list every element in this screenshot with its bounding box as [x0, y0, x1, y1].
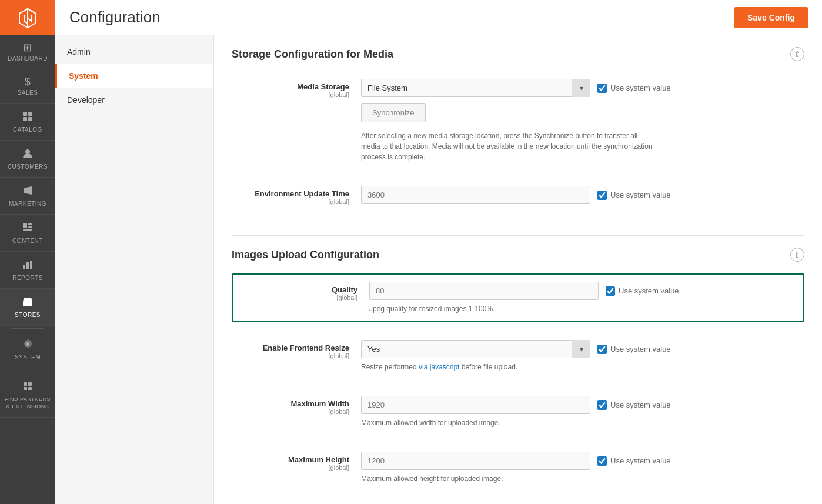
- media-storage-label-col: Media Storage [global]: [232, 79, 361, 98]
- sidebar-item-label: CONTENT: [12, 238, 43, 244]
- sidebar-item-label: FIND PARTNERS & EXTENSIONS: [2, 396, 53, 410]
- use-system-value-label-2: Use system value: [610, 191, 671, 199]
- frontend-resize-select-wrapper: Yes No ▾: [361, 340, 590, 358]
- frontend-resize-help: Resize performed via javascript before f…: [361, 362, 655, 372]
- max-height-input[interactable]: [361, 452, 590, 470]
- env-update-input[interactable]: [361, 186, 590, 204]
- max-height-help: Maximum allowed height for uploaded imag…: [361, 473, 655, 484]
- sidebar-item-label: SYSTEM: [15, 354, 41, 361]
- sidebar-item-dashboard[interactable]: ⊞ DASHBOARD: [0, 35, 55, 69]
- max-width-control-col: Use system value Maximum allowed width f…: [361, 396, 804, 428]
- sidebar-item-customers[interactable]: CUSTOMERS: [0, 141, 55, 178]
- frontend-resize-label: Enable Frontend Resize: [263, 343, 349, 352]
- content-area: Admin System Developer Storage Configura…: [55, 35, 822, 504]
- max-height-checkbox[interactable]: [597, 456, 607, 466]
- logo[interactable]: [0, 0, 55, 35]
- max-width-input[interactable]: [361, 396, 590, 414]
- frontend-resize-control-col: Yes No ▾ Use system value Resiz: [361, 340, 804, 372]
- images-section: Images Upload Configuration ⇧ Quality [g…: [214, 236, 822, 504]
- sidebar-item-partners[interactable]: FIND PARTNERS & EXTENSIONS: [0, 373, 55, 418]
- sidebar-item-stores[interactable]: STORES: [0, 289, 55, 326]
- svg-rect-7: [23, 223, 27, 228]
- stores-icon: [22, 296, 34, 309]
- media-storage-system-value: Use system value: [597, 84, 671, 93]
- partners-icon: [22, 380, 34, 394]
- sidebar-item-sales[interactable]: $ SALES: [0, 69, 55, 104]
- quality-row: Quality [global] Use system value Jpeg q…: [232, 273, 804, 322]
- javascript-link[interactable]: via javascript: [419, 363, 459, 371]
- storage-section-title: Storage Configuration for Media: [232, 48, 393, 61]
- use-system-value-label-4: Use system value: [610, 345, 671, 353]
- media-storage-row: Media Storage [global] File System ▾: [232, 73, 804, 168]
- max-width-checkbox[interactable]: [597, 400, 607, 410]
- images-section-toggle[interactable]: ⇧: [790, 248, 804, 262]
- quality-label-col: Quality [global]: [240, 282, 369, 301]
- svg-rect-13: [30, 261, 32, 269]
- svg-rect-12: [26, 262, 29, 269]
- content-icon: [22, 222, 34, 235]
- svg-point-5: [25, 149, 30, 154]
- nav-item-developer[interactable]: Developer: [55, 88, 213, 112]
- sidebar-item-catalog[interactable]: CATALOG: [0, 104, 55, 141]
- max-width-row: Maximum Width [global] Use system value …: [232, 390, 804, 434]
- quality-control-row: Use system value: [369, 282, 796, 300]
- svg-rect-9: [28, 226, 32, 228]
- sidebar-item-reports[interactable]: REPORTS: [0, 252, 55, 289]
- env-update-control-col: Use system value: [361, 186, 804, 204]
- images-section-title: Images Upload Configuration: [232, 249, 379, 261]
- svg-rect-3: [23, 117, 27, 121]
- max-height-control-row: Use system value: [361, 452, 804, 470]
- page-title: Configuration: [69, 8, 161, 26]
- sidebar-item-label: SALES: [18, 89, 38, 96]
- max-width-scope: [global]: [232, 408, 349, 415]
- frontend-resize-checkbox[interactable]: [597, 345, 607, 354]
- media-storage-checkbox[interactable]: [597, 84, 607, 93]
- customers-icon: [22, 148, 34, 161]
- svg-rect-2: [28, 112, 32, 116]
- use-system-value-label-5: Use system value: [610, 400, 671, 409]
- synchronize-button[interactable]: Synchronize: [361, 103, 426, 122]
- quality-control-col: Use system value Jpeg quality for resize…: [369, 282, 796, 314]
- nav-item-system[interactable]: System: [55, 64, 213, 88]
- media-storage-label: Media Storage: [297, 82, 349, 91]
- quality-system-value: Use system value: [606, 286, 679, 296]
- media-storage-select[interactable]: File System: [361, 79, 590, 97]
- svg-rect-4: [28, 117, 32, 121]
- sidebar-item-content[interactable]: CONTENT: [0, 215, 55, 252]
- env-update-label-col: Environment Update Time [global]: [232, 186, 361, 205]
- sidebar-item-system[interactable]: SYSTEM: [0, 331, 55, 368]
- reports-icon: [22, 259, 34, 272]
- max-width-label-col: Maximum Width [global]: [232, 396, 361, 415]
- max-height-label-col: Maximum Height [global]: [232, 452, 361, 471]
- env-update-checkbox[interactable]: [597, 191, 607, 200]
- quality-scope: [global]: [240, 294, 357, 301]
- svg-rect-17: [28, 382, 32, 386]
- sidebar-item-label: REPORTS: [12, 275, 43, 281]
- nav-item-admin[interactable]: Admin: [55, 40, 213, 64]
- max-height-system-value: Use system value: [597, 456, 671, 466]
- storage-section: Storage Configuration for Media ⇧ Media …: [214, 35, 822, 235]
- marketing-icon: [22, 185, 34, 198]
- svg-rect-11: [23, 265, 25, 269]
- max-width-control-row: Use system value: [361, 396, 804, 414]
- media-storage-control-row: File System ▾ Use system value: [361, 79, 804, 97]
- storage-section-toggle[interactable]: ⇧: [790, 47, 804, 61]
- svg-rect-18: [24, 387, 27, 390]
- sidebar-item-label: MARKETING: [9, 201, 46, 207]
- header: Configuration Save Config: [55, 0, 822, 35]
- sidebar-item-marketing[interactable]: MARKETING: [0, 178, 55, 215]
- svg-marker-6: [24, 186, 32, 195]
- max-width-system-value: Use system value: [597, 400, 671, 410]
- svg-rect-19: [28, 387, 32, 390]
- quality-checkbox[interactable]: [606, 286, 615, 296]
- sidebar: ⊞ DASHBOARD $ SALES CATALOG CUSTOMERS MA…: [0, 0, 55, 504]
- frontend-resize-select[interactable]: Yes No: [361, 340, 590, 358]
- quality-help: Jpeg quality for resized images 1-100%.: [369, 303, 663, 314]
- svg-rect-10: [23, 229, 32, 231]
- media-storage-control-col: File System ▾ Use system value Synchroni…: [361, 79, 804, 162]
- quality-input[interactable]: [369, 282, 599, 300]
- max-width-label: Maximum Width: [290, 399, 349, 408]
- save-config-button[interactable]: Save Config: [734, 7, 808, 28]
- sidebar-divider-2: [11, 371, 44, 371]
- left-nav: Admin System Developer: [55, 35, 214, 504]
